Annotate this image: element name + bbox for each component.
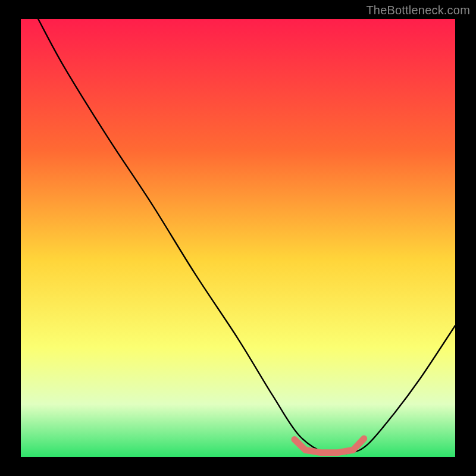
attribution-text: TheBottleneck.com xyxy=(366,4,470,17)
chart-frame: TheBottleneck.com xyxy=(0,0,476,476)
gradient-background xyxy=(21,19,455,457)
chart-svg xyxy=(21,19,455,457)
plot-area xyxy=(21,19,455,457)
